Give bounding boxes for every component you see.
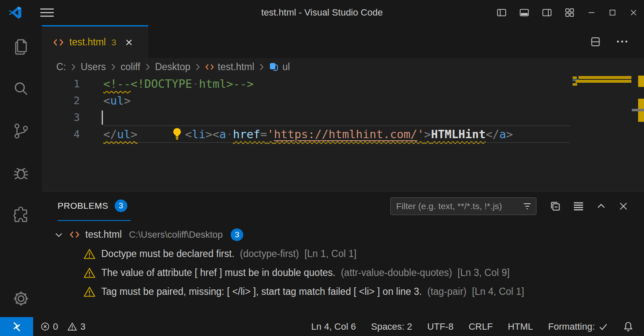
errors-icon — [40, 322, 50, 331]
problem-location: [Ln 1, Col 1] — [305, 248, 357, 260]
remote-indicator[interactable] — [0, 317, 33, 336]
explorer-icon[interactable] — [0, 26, 42, 68]
file-problem-count-badge: 3 — [231, 228, 243, 241]
problems-file-row[interactable]: test.html C:\Users\coliff\Desktop 3 — [42, 225, 644, 244]
maximize-panel-icon[interactable] — [596, 201, 607, 212]
chevron-right-icon — [195, 63, 200, 71]
view-as-table-icon[interactable] — [573, 201, 584, 211]
problems-panel: PROBLEMS 3 — [42, 191, 644, 317]
problem-row[interactable]: Doctype must be declared first. (doctype… — [42, 244, 644, 263]
settings-gear-icon[interactable] — [0, 280, 42, 317]
run-debug-icon[interactable] — [0, 152, 42, 194]
line-number: 1 — [42, 76, 80, 92]
file-path: C:\Users\coliff\Desktop — [129, 229, 223, 240]
html-file-icon — [69, 230, 80, 239]
minimap-warning-line-4 — [573, 83, 577, 86]
problem-location: [Ln 3, Col 9] — [457, 267, 510, 278]
notifications-bell-icon[interactable] — [623, 321, 633, 332]
editor-region: test.html 3 C: — [42, 25, 644, 191]
indentation[interactable]: Spaces: 2 — [371, 321, 412, 332]
toggle-secondary-sidebar-icon[interactable] — [536, 0, 558, 25]
breadcrumb-drive[interactable]: C: — [56, 61, 66, 73]
status-problems[interactable]: 0 3 — [40, 321, 86, 332]
filter-icon[interactable] — [522, 201, 532, 211]
code-line-4[interactable]: 4 </ul> — [42, 126, 644, 143]
problem-message: The value of attribute [ href ] must be … — [101, 267, 335, 278]
problem-location: [Ln 4, Col 1] — [472, 286, 524, 297]
more-actions-icon[interactable] — [616, 39, 628, 44]
breadcrumb-symbol-ul[interactable]: ul — [269, 61, 290, 73]
code-line-1[interactable]: 1 <!--<!DOCTYPE·html>--> — [42, 76, 644, 92]
breadcrumb-coliff[interactable]: coliff — [121, 61, 140, 73]
toggle-primary-sidebar-icon[interactable] — [490, 0, 513, 25]
problem-source: (doctype-first) — [240, 248, 299, 260]
chevron-right-icon — [145, 63, 150, 71]
text-cursor — [102, 110, 103, 125]
tab-problems[interactable]: PROBLEMS 3 — [58, 192, 131, 221]
breadcrumb-users[interactable]: Users — [81, 61, 106, 73]
problems-filter — [390, 197, 536, 215]
encoding[interactable]: UTF-8 — [427, 321, 453, 332]
panel-actions — [390, 197, 629, 215]
breadcrumb-file[interactable]: test.html — [205, 61, 254, 73]
search-icon[interactable] — [0, 68, 42, 110]
close-window-button[interactable] — [623, 0, 644, 25]
overview-ruler[interactable] — [638, 76, 644, 191]
customize-layout-icon[interactable] — [558, 0, 581, 25]
toggle-panel-icon[interactable] — [513, 0, 536, 25]
close-panel-icon[interactable] — [618, 201, 629, 212]
code-editor[interactable]: 1 <!--<!DOCTYPE·html>--> 2 <ul> 3 <li><a… — [42, 76, 644, 191]
source-control-icon[interactable] — [0, 110, 42, 152]
warning-icon — [83, 286, 96, 298]
chevron-right-icon — [110, 63, 116, 71]
status-right: Ln 4, Col 6 Spaces: 2 UTF-8 CRLF HTML Fo… — [311, 321, 633, 332]
eol-sequence[interactable]: CRLF — [468, 321, 492, 332]
tab-test-html[interactable]: test.html 3 — [42, 25, 148, 58]
minimap[interactable] — [573, 76, 631, 191]
warnings-icon — [67, 322, 77, 331]
file-name: test.html — [85, 229, 122, 240]
activity-bar — [0, 25, 42, 317]
chevron-right-icon — [71, 63, 76, 71]
cursor-position[interactable]: Ln 4, Col 6 — [311, 321, 356, 332]
window-title: test.html - Visual Studio Code — [261, 7, 383, 18]
error-count: 0 — [53, 321, 58, 332]
titlebar: test.html - Visual Studio Code — [0, 0, 644, 25]
tab-label: test.html — [69, 37, 106, 48]
language-mode[interactable]: HTML — [508, 321, 533, 332]
line-number: 4 — [42, 126, 80, 143]
current-line-highlight — [103, 126, 570, 143]
status-bar: 0 3 Ln 4, Col 6 Spaces: 2 UTF-8 CRLF HTM… — [0, 317, 644, 336]
code-line-3[interactable]: 3 <li><a·href='https://htmlhint.com/'>HT… — [42, 109, 644, 126]
overview-warning-mark — [638, 76, 644, 87]
extensions-icon[interactable] — [0, 194, 42, 236]
warning-icon — [83, 267, 96, 279]
maximize-button[interactable] — [602, 0, 623, 25]
tab-problem-count: 3 — [111, 37, 116, 47]
tab-close-icon[interactable] — [124, 38, 134, 47]
problem-source: (attr-value-double-quotes) — [341, 267, 452, 278]
problem-message: Doctype must be declared first. — [101, 248, 234, 260]
filter-input[interactable] — [390, 197, 536, 215]
panel-header: PROBLEMS 3 — [42, 192, 644, 221]
problem-row[interactable]: The value of attribute [ href ] must be … — [42, 263, 644, 282]
problems-title: PROBLEMS — [58, 201, 108, 211]
line-number: 2 — [42, 92, 80, 109]
problems-count-badge: 3 — [115, 200, 127, 212]
collapse-all-icon[interactable] — [549, 200, 561, 212]
menu-hamburger-icon[interactable] — [39, 7, 55, 18]
split-editor-icon[interactable] — [590, 36, 601, 47]
breadcrumb: C: Users coliff Desktop test.html ul — [42, 58, 644, 76]
tab-bar: test.html 3 — [42, 25, 644, 58]
chevron-down-icon[interactable] — [54, 230, 64, 240]
html-file-icon — [205, 63, 214, 71]
minimap-warning-line-3 — [576, 80, 631, 83]
minimize-button[interactable] — [581, 0, 602, 25]
formatting-status[interactable]: Formatting: — [548, 321, 608, 332]
problem-row[interactable]: Tag must be paired, missing: [ </li> ], … — [42, 282, 644, 301]
code-line-2[interactable]: 2 <ul> — [42, 92, 644, 109]
minimap-mark — [573, 76, 577, 79]
warning-icon — [83, 248, 96, 260]
vscode-logo-icon — [8, 6, 22, 19]
breadcrumb-desktop[interactable]: Desktop — [155, 61, 190, 73]
